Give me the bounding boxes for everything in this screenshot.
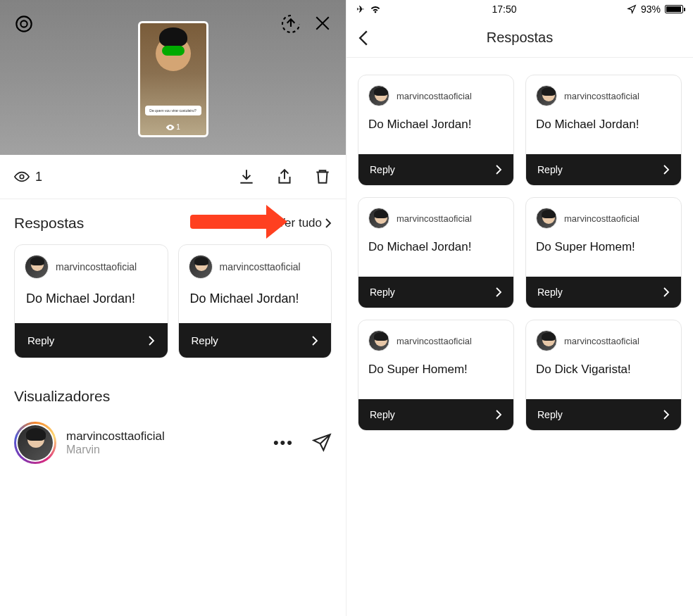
reply-button[interactable]: Reply (358, 399, 513, 430)
avatar[interactable] (536, 85, 557, 106)
reply-card[interactable]: marvincosttaoficial Do Michael Jordan! R… (525, 75, 682, 186)
reply-button[interactable]: Reply (526, 277, 681, 308)
reply-card[interactable]: marvincosttaoficial Do Super Homem! Repl… (358, 320, 514, 431)
battery-percent: 93% (641, 4, 661, 15)
more-options-icon[interactable]: ••• (273, 434, 294, 452)
viewer-row[interactable]: marvincosttaoficial Marvin ••• (0, 415, 346, 471)
avatar[interactable] (368, 85, 389, 106)
reply-button[interactable]: Reply (358, 154, 513, 185)
story-question-sticker: De quem vou virar costoleiro? (145, 106, 201, 115)
reply-username: marvincosttaoficial (220, 261, 301, 272)
back-icon[interactable] (358, 30, 369, 46)
reply-answer: Do Michael Jordan! (15, 284, 168, 323)
avatar[interactable] (368, 208, 389, 229)
reply-username: marvincosttaoficial (56, 261, 137, 272)
avatar[interactable] (14, 422, 56, 464)
wifi-icon (369, 4, 382, 14)
reply-card[interactable]: marvincosttaoficial Do Michael Jordan! R… (178, 244, 332, 358)
svg-point-2 (20, 175, 24, 179)
reply-button[interactable]: Reply (526, 154, 681, 185)
download-icon[interactable] (237, 168, 256, 186)
reply-answer: Do Michael Jordan! (358, 234, 513, 277)
reply-answer: Do Michael Jordan! (179, 284, 332, 323)
responses-heading: Respostas (14, 215, 84, 232)
chevron-right-icon (495, 410, 502, 420)
reply-label: Reply (192, 334, 218, 346)
reply-button[interactable]: Reply (179, 323, 332, 358)
avatar[interactable] (536, 330, 557, 351)
tutorial-arrow (190, 215, 268, 229)
chevron-right-icon (663, 165, 670, 175)
viewers-heading: Visualizadores (0, 375, 346, 415)
send-message-icon[interactable] (312, 433, 332, 453)
share-icon[interactable] (275, 168, 294, 186)
reply-button[interactable]: Reply (358, 277, 513, 308)
close-icon[interactable] (312, 13, 333, 34)
reply-card[interactable]: marvincosttaoficial Do Dick Vigarista! R… (525, 320, 682, 431)
reply-answer: Do Super Homem! (358, 357, 513, 399)
reply-button[interactable]: Reply (15, 323, 168, 358)
chevron-right-icon (148, 336, 155, 346)
viewer-display-name: Marvin (66, 444, 165, 456)
avatar[interactable] (25, 255, 49, 279)
svg-point-1 (20, 20, 27, 27)
battery-icon (665, 5, 683, 13)
settings-icon[interactable] (13, 13, 35, 35)
chevron-right-icon (495, 165, 502, 175)
reply-label: Reply (537, 409, 563, 420)
reply-card[interactable]: marvincosttaoficial Do Super Homem! Repl… (525, 197, 682, 308)
avatar[interactable] (536, 208, 557, 229)
reply-username: marvincosttaoficial (564, 336, 639, 346)
reply-card[interactable]: marvincosttaoficial Do Michael Jordan! R… (358, 75, 514, 186)
story-header: De quem vou virar costoleiro? 1 (0, 0, 346, 155)
chevron-right-icon (663, 287, 670, 297)
reply-answer: Do Michael Jordan! (358, 112, 513, 154)
airplane-mode-icon: ✈ (356, 4, 365, 15)
page-title: Respostas (487, 30, 554, 46)
responses-full-pane: ✈ 17:50 93% Respostas (346, 0, 693, 616)
reply-label: Reply (537, 287, 563, 298)
reply-username: marvincosttaoficial (397, 213, 472, 224)
chevron-right-icon (663, 410, 670, 420)
viewer-username: marvincosttaoficial (66, 429, 165, 444)
responses-grid: marvincosttaoficial Do Michael Jordan! R… (346, 58, 693, 448)
reply-username: marvincosttaoficial (564, 91, 639, 101)
avatar[interactable] (189, 255, 213, 279)
reply-username: marvincosttaoficial (397, 91, 472, 101)
reply-button[interactable]: Reply (526, 399, 681, 430)
chevron-right-icon (311, 336, 318, 346)
save-highlight-icon[interactable] (280, 13, 302, 35)
location-icon (627, 4, 637, 14)
view-count: 1 (14, 170, 42, 184)
reply-username: marvincosttaoficial (397, 336, 472, 346)
reply-username: marvincosttaoficial (564, 213, 639, 224)
avatar[interactable] (368, 330, 389, 351)
reply-answer: Do Michael Jordan! (526, 112, 681, 154)
reply-card[interactable]: marvincosttaoficial Do Michael Jordan! R… (358, 197, 514, 308)
reply-label: Reply (537, 164, 563, 175)
action-bar: 1 (0, 155, 346, 199)
reply-answer: Do Dick Vigarista! (526, 357, 681, 399)
reply-card[interactable]: marvincosttaoficial Do Michael Jordan! R… (14, 244, 168, 358)
responses-cards-row: marvincosttaoficial Do Michael Jordan! R… (0, 244, 346, 375)
reply-label: Reply (370, 164, 395, 175)
svg-point-0 (16, 16, 31, 31)
story-insights-pane: De quem vou virar costoleiro? 1 1 (0, 0, 346, 616)
thumb-viewers-count: 1 (166, 123, 180, 131)
reply-label: Reply (370, 409, 395, 420)
reply-answer: Do Super Homem! (526, 234, 681, 277)
status-bar: ✈ 17:50 93% (346, 0, 693, 18)
status-time: 17:50 (382, 4, 627, 15)
reply-label: Reply (27, 334, 54, 346)
reply-label: Reply (370, 287, 395, 298)
delete-icon[interactable] (313, 168, 332, 186)
nav-bar: Respostas (346, 18, 693, 58)
chevron-right-icon (495, 287, 502, 297)
story-thumbnail[interactable]: De quem vou virar costoleiro? 1 (138, 21, 208, 137)
